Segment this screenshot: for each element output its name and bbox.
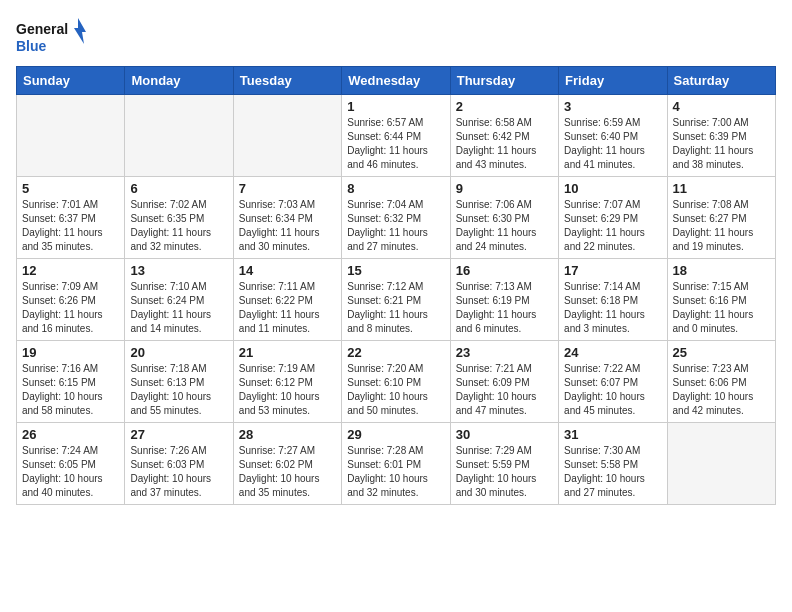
weekday-header-saturday: Saturday (667, 67, 775, 95)
day-info: Sunrise: 7:23 AMSunset: 6:06 PMDaylight:… (673, 362, 770, 418)
day-number: 14 (239, 263, 336, 278)
calendar-cell: 28Sunrise: 7:27 AMSunset: 6:02 PMDayligh… (233, 423, 341, 505)
day-number: 21 (239, 345, 336, 360)
day-info: Sunrise: 7:15 AMSunset: 6:16 PMDaylight:… (673, 280, 770, 336)
day-info: Sunrise: 7:20 AMSunset: 6:10 PMDaylight:… (347, 362, 444, 418)
day-info: Sunrise: 7:14 AMSunset: 6:18 PMDaylight:… (564, 280, 661, 336)
day-number: 3 (564, 99, 661, 114)
day-number: 2 (456, 99, 553, 114)
day-info: Sunrise: 7:29 AMSunset: 5:59 PMDaylight:… (456, 444, 553, 500)
day-number: 30 (456, 427, 553, 442)
calendar-cell: 25Sunrise: 7:23 AMSunset: 6:06 PMDayligh… (667, 341, 775, 423)
calendar-cell: 24Sunrise: 7:22 AMSunset: 6:07 PMDayligh… (559, 341, 667, 423)
day-number: 27 (130, 427, 227, 442)
weekday-header-wednesday: Wednesday (342, 67, 450, 95)
day-number: 5 (22, 181, 119, 196)
calendar-cell: 30Sunrise: 7:29 AMSunset: 5:59 PMDayligh… (450, 423, 558, 505)
calendar-cell: 20Sunrise: 7:18 AMSunset: 6:13 PMDayligh… (125, 341, 233, 423)
day-number: 10 (564, 181, 661, 196)
calendar-cell: 8Sunrise: 7:04 AMSunset: 6:32 PMDaylight… (342, 177, 450, 259)
calendar-cell (233, 95, 341, 177)
calendar-cell: 27Sunrise: 7:26 AMSunset: 6:03 PMDayligh… (125, 423, 233, 505)
day-number: 26 (22, 427, 119, 442)
day-number: 13 (130, 263, 227, 278)
day-number: 1 (347, 99, 444, 114)
calendar-cell: 18Sunrise: 7:15 AMSunset: 6:16 PMDayligh… (667, 259, 775, 341)
logo: General Blue (16, 16, 86, 56)
day-number: 29 (347, 427, 444, 442)
calendar-cell: 23Sunrise: 7:21 AMSunset: 6:09 PMDayligh… (450, 341, 558, 423)
calendar-cell: 19Sunrise: 7:16 AMSunset: 6:15 PMDayligh… (17, 341, 125, 423)
day-number: 31 (564, 427, 661, 442)
day-info: Sunrise: 7:06 AMSunset: 6:30 PMDaylight:… (456, 198, 553, 254)
day-info: Sunrise: 7:18 AMSunset: 6:13 PMDaylight:… (130, 362, 227, 418)
day-number: 25 (673, 345, 770, 360)
day-number: 9 (456, 181, 553, 196)
day-info: Sunrise: 7:12 AMSunset: 6:21 PMDaylight:… (347, 280, 444, 336)
calendar-cell: 22Sunrise: 7:20 AMSunset: 6:10 PMDayligh… (342, 341, 450, 423)
day-number: 20 (130, 345, 227, 360)
day-info: Sunrise: 7:22 AMSunset: 6:07 PMDaylight:… (564, 362, 661, 418)
weekday-header-friday: Friday (559, 67, 667, 95)
day-info: Sunrise: 7:19 AMSunset: 6:12 PMDaylight:… (239, 362, 336, 418)
calendar-week-row: 26Sunrise: 7:24 AMSunset: 6:05 PMDayligh… (17, 423, 776, 505)
day-info: Sunrise: 7:04 AMSunset: 6:32 PMDaylight:… (347, 198, 444, 254)
day-number: 23 (456, 345, 553, 360)
day-number: 6 (130, 181, 227, 196)
day-info: Sunrise: 7:10 AMSunset: 6:24 PMDaylight:… (130, 280, 227, 336)
logo-svg: General Blue (16, 16, 86, 56)
day-number: 16 (456, 263, 553, 278)
day-info: Sunrise: 7:28 AMSunset: 6:01 PMDaylight:… (347, 444, 444, 500)
day-info: Sunrise: 7:30 AMSunset: 5:58 PMDaylight:… (564, 444, 661, 500)
day-info: Sunrise: 7:24 AMSunset: 6:05 PMDaylight:… (22, 444, 119, 500)
calendar-week-row: 12Sunrise: 7:09 AMSunset: 6:26 PMDayligh… (17, 259, 776, 341)
day-info: Sunrise: 6:57 AMSunset: 6:44 PMDaylight:… (347, 116, 444, 172)
calendar-cell: 3Sunrise: 6:59 AMSunset: 6:40 PMDaylight… (559, 95, 667, 177)
calendar-cell (667, 423, 775, 505)
calendar-cell: 16Sunrise: 7:13 AMSunset: 6:19 PMDayligh… (450, 259, 558, 341)
day-number: 4 (673, 99, 770, 114)
page-header: General Blue (16, 16, 776, 56)
calendar-cell (17, 95, 125, 177)
day-info: Sunrise: 7:07 AMSunset: 6:29 PMDaylight:… (564, 198, 661, 254)
weekday-header-sunday: Sunday (17, 67, 125, 95)
calendar-header-row: SundayMondayTuesdayWednesdayThursdayFrid… (17, 67, 776, 95)
calendar-cell: 4Sunrise: 7:00 AMSunset: 6:39 PMDaylight… (667, 95, 775, 177)
svg-marker-2 (74, 18, 86, 44)
day-info: Sunrise: 6:59 AMSunset: 6:40 PMDaylight:… (564, 116, 661, 172)
day-info: Sunrise: 7:01 AMSunset: 6:37 PMDaylight:… (22, 198, 119, 254)
calendar-cell: 11Sunrise: 7:08 AMSunset: 6:27 PMDayligh… (667, 177, 775, 259)
weekday-header-tuesday: Tuesday (233, 67, 341, 95)
calendar-cell: 12Sunrise: 7:09 AMSunset: 6:26 PMDayligh… (17, 259, 125, 341)
day-number: 15 (347, 263, 444, 278)
calendar-week-row: 1Sunrise: 6:57 AMSunset: 6:44 PMDaylight… (17, 95, 776, 177)
calendar-cell: 7Sunrise: 7:03 AMSunset: 6:34 PMDaylight… (233, 177, 341, 259)
day-info: Sunrise: 7:03 AMSunset: 6:34 PMDaylight:… (239, 198, 336, 254)
day-info: Sunrise: 7:00 AMSunset: 6:39 PMDaylight:… (673, 116, 770, 172)
calendar-cell: 17Sunrise: 7:14 AMSunset: 6:18 PMDayligh… (559, 259, 667, 341)
day-number: 12 (22, 263, 119, 278)
calendar-cell: 5Sunrise: 7:01 AMSunset: 6:37 PMDaylight… (17, 177, 125, 259)
calendar-cell: 31Sunrise: 7:30 AMSunset: 5:58 PMDayligh… (559, 423, 667, 505)
day-number: 18 (673, 263, 770, 278)
calendar-week-row: 5Sunrise: 7:01 AMSunset: 6:37 PMDaylight… (17, 177, 776, 259)
day-number: 19 (22, 345, 119, 360)
weekday-header-thursday: Thursday (450, 67, 558, 95)
calendar-cell: 1Sunrise: 6:57 AMSunset: 6:44 PMDaylight… (342, 95, 450, 177)
day-info: Sunrise: 7:26 AMSunset: 6:03 PMDaylight:… (130, 444, 227, 500)
day-number: 8 (347, 181, 444, 196)
day-number: 22 (347, 345, 444, 360)
day-info: Sunrise: 7:02 AMSunset: 6:35 PMDaylight:… (130, 198, 227, 254)
day-info: Sunrise: 7:09 AMSunset: 6:26 PMDaylight:… (22, 280, 119, 336)
calendar-cell: 13Sunrise: 7:10 AMSunset: 6:24 PMDayligh… (125, 259, 233, 341)
calendar-cell: 14Sunrise: 7:11 AMSunset: 6:22 PMDayligh… (233, 259, 341, 341)
day-info: Sunrise: 7:13 AMSunset: 6:19 PMDaylight:… (456, 280, 553, 336)
calendar-cell (125, 95, 233, 177)
calendar-week-row: 19Sunrise: 7:16 AMSunset: 6:15 PMDayligh… (17, 341, 776, 423)
svg-text:Blue: Blue (16, 38, 47, 54)
calendar-cell: 2Sunrise: 6:58 AMSunset: 6:42 PMDaylight… (450, 95, 558, 177)
day-info: Sunrise: 7:21 AMSunset: 6:09 PMDaylight:… (456, 362, 553, 418)
calendar-cell: 21Sunrise: 7:19 AMSunset: 6:12 PMDayligh… (233, 341, 341, 423)
day-number: 28 (239, 427, 336, 442)
day-info: Sunrise: 7:27 AMSunset: 6:02 PMDaylight:… (239, 444, 336, 500)
